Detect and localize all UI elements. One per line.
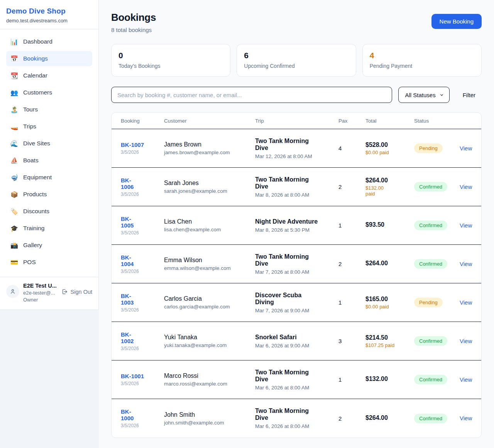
customer-email: marco.rossi@example.com xyxy=(164,381,255,387)
trip-name: Discover Scuba Diving xyxy=(255,292,338,306)
sidebar-item[interactable]: 📅 Bookings xyxy=(6,51,92,66)
sidebar-item[interactable]: 📦 Products xyxy=(6,187,92,202)
cell-total: $264.00 xyxy=(365,414,414,423)
sidebar-item[interactable]: 📆 Calendar xyxy=(6,68,92,83)
cell-actions: View xyxy=(460,261,472,268)
view-link[interactable]: View xyxy=(460,261,472,267)
view-link[interactable]: View xyxy=(460,338,472,344)
booking-date: 3/5/2026 xyxy=(121,192,164,197)
cell-pax: 2 xyxy=(338,415,365,422)
user-name: E2E Test U... xyxy=(23,283,58,289)
sidebar-item-label: Equipment xyxy=(23,174,52,181)
sidebar-item-label: Boats xyxy=(23,157,39,164)
trip-datetime: Mar 8, 2026 at 8:00 AM xyxy=(255,192,338,198)
sidebar-item[interactable]: 🏷️ Discounts xyxy=(6,204,92,219)
shop-domain: demo.test.divestreams.com xyxy=(6,18,92,24)
booking-number-link[interactable]: BK- 1003 xyxy=(121,293,134,306)
sign-out-button[interactable]: Sign Out xyxy=(61,288,92,295)
trip-name: Two Tank Morning Dive xyxy=(255,253,338,267)
sidebar-item[interactable]: ⛵ Boats xyxy=(6,153,92,168)
stat-card-todays-bookings: 0 Today's Bookings xyxy=(111,44,230,77)
booking-number-link[interactable]: BK- 1002 xyxy=(121,331,134,344)
people-icon: 👥 xyxy=(10,89,18,96)
status-badge: Confirmed xyxy=(414,336,447,346)
booking-number-link[interactable]: BK- 1005 xyxy=(121,216,134,229)
cell-customer: Marco Rossi marco.rossi@example.com xyxy=(164,372,255,387)
view-link[interactable]: View xyxy=(460,184,472,190)
page-title: Bookings xyxy=(111,12,156,24)
stat-card-pending-payment: 4 Pending Payment xyxy=(362,44,482,77)
cell-total: $165.00 $0.00 paid xyxy=(365,296,414,310)
sign-out-icon xyxy=(61,288,68,295)
sidebar-item[interactable]: 🎓 Training xyxy=(6,221,92,236)
customer-name: Emma Wilson xyxy=(164,257,255,264)
sidebar-header: Demo Dive Shop demo.test.divestreams.com xyxy=(0,0,98,29)
customer-email: yuki.tanaka@example.com xyxy=(164,342,255,348)
cell-booking: BK- 1002 3/5/2026 xyxy=(121,331,164,351)
filter-button[interactable]: Filter xyxy=(463,92,475,98)
booking-number-link[interactable]: BK- 1004 xyxy=(121,254,134,267)
customer-name: Sarah Jones xyxy=(164,180,255,187)
booking-number-link[interactable]: BK- 1006 xyxy=(121,177,134,190)
sidebar-item[interactable]: 💳 POS xyxy=(6,254,92,270)
graduation-cap-icon: 🎓 xyxy=(10,225,18,232)
customer-email: lisa.chen@example.com xyxy=(164,227,255,232)
island-icon: 🏝️ xyxy=(10,106,18,113)
cell-pax: 4 xyxy=(338,145,365,152)
sidebar-item[interactable]: 🏝️ Tours xyxy=(6,102,92,117)
cell-trip: Two Tank Morning Dive Mar 8, 2026 at 8:0… xyxy=(255,176,338,198)
total-amount: $165.00 xyxy=(365,296,414,303)
view-link[interactable]: View xyxy=(460,222,472,229)
status-select[interactable]: All Statuses xyxy=(398,87,449,103)
cell-total: $93.50 xyxy=(365,221,414,229)
cell-total: $264.00 xyxy=(365,260,414,268)
sailboat-icon: ⛵ xyxy=(10,157,18,164)
sidebar-item[interactable]: 🌊 Dive Sites xyxy=(6,136,92,151)
status-badge: Confirmed xyxy=(414,259,447,269)
search-input[interactable] xyxy=(111,87,392,103)
total-amount: $214.50 xyxy=(365,334,414,341)
sidebar-item[interactable]: 🤿 Equipment xyxy=(6,170,92,185)
sidebar-item-label: Products xyxy=(23,191,47,198)
sidebar-item[interactable]: 👥 Customers xyxy=(6,85,92,100)
cell-actions: View xyxy=(460,415,472,422)
sidebar-item[interactable]: 📸 Gallery xyxy=(6,237,92,253)
amount-paid: $0.00 paid xyxy=(365,304,401,310)
sidebar-item-label: POS xyxy=(23,259,36,266)
new-booking-button[interactable]: New Booking xyxy=(431,14,482,29)
tear-off-calendar-icon: 📆 xyxy=(10,72,18,79)
stat-card-upcoming-confirmed: 6 Upcoming Confirmed xyxy=(237,44,356,77)
sidebar-item[interactable]: 🚤 Trips xyxy=(6,119,92,134)
sidebar-item[interactable]: 📊 Dashboard xyxy=(6,34,92,49)
sidebar-user-panel: E2E Test U... e2e-tester@... Owner Sign … xyxy=(0,277,98,310)
total-amount: $528.00 xyxy=(365,141,414,148)
trip-datetime: Mar 8, 2026 at 5:30 PM xyxy=(255,227,338,233)
stat-value: 4 xyxy=(370,51,474,60)
sidebar-item-label: Tours xyxy=(23,106,38,113)
view-link[interactable]: View xyxy=(460,145,472,152)
booking-number-link[interactable]: BK-1001 xyxy=(121,373,144,379)
view-link[interactable]: View xyxy=(460,299,472,306)
trip-datetime: Mar 7, 2026 at 8:00 AM xyxy=(255,269,338,275)
status-badge: Confirmed xyxy=(414,182,447,192)
cell-booking: BK- 1004 3/5/2026 xyxy=(121,254,164,274)
booking-date: 3/5/2026 xyxy=(121,346,164,351)
trip-name: Two Tank Morning Dive xyxy=(255,176,338,190)
cell-pax: 3 xyxy=(338,338,365,344)
trip-datetime: Mar 6, 2026 at 8:00 AM xyxy=(255,423,338,429)
booking-date: 3/5/2026 xyxy=(121,269,164,274)
view-link[interactable]: View xyxy=(460,415,472,421)
status-badge: Pending xyxy=(414,298,443,307)
sidebar-item-label: Training xyxy=(23,225,44,232)
view-link[interactable]: View xyxy=(460,376,472,383)
customer-name: James Brown xyxy=(164,141,255,148)
booking-number-link[interactable]: BK-1007 xyxy=(121,141,144,148)
booking-number-link[interactable]: BK- 1000 xyxy=(121,408,134,421)
cell-pax: 1 xyxy=(338,222,365,229)
customer-email: john.smith@example.com xyxy=(164,420,255,426)
total-amount: $132.00 xyxy=(365,376,414,382)
cell-pax: 2 xyxy=(338,184,365,190)
customer-email: james.brown@example.com xyxy=(164,150,255,155)
stat-value: 6 xyxy=(244,51,349,60)
sidebar-nav: 📊 Dashboard 📅 Bookings 📆 Calendar 👥 Cust… xyxy=(0,29,98,277)
